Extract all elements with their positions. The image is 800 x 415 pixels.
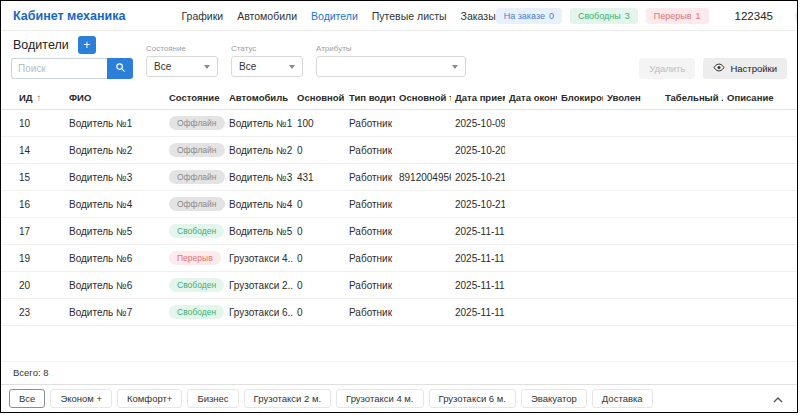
cell-state: Перерыв [165,245,225,272]
cell-end-date [505,245,557,272]
nav-item-drivers[interactable]: Водители [311,10,358,22]
attributes-filter-select[interactable] [316,56,466,77]
cell-phone [395,299,451,326]
state-badge: Свободен [169,224,224,238]
tab-tow-truck[interactable]: Эвакуатор [521,389,587,408]
cell-state: Свободен [165,272,225,299]
status-filter-select[interactable]: Все [231,56,303,77]
chevron-up-icon [773,391,783,406]
attributes-filter-label: Атрибуты [316,44,466,53]
column-fio[interactable]: ФИО [65,85,165,110]
user-menu[interactable] [795,6,798,26]
tab-comfort[interactable]: Комфорт+ [117,389,182,408]
cell-fired [603,218,661,245]
search-input[interactable] [11,58,107,79]
drivers-table: ИД↑ ФИО Состояние Автомобиль Основной сч… [1,85,797,326]
table-row[interactable]: 15 Водитель №3 Оффлайн Водитель №3... 43… [1,164,797,191]
on-order-count: 0 [549,11,554,21]
free-badge: Свободны 3 [570,8,638,24]
cell-fired [603,272,661,299]
cell-description [723,191,797,218]
column-fired[interactable]: Уволен [603,85,661,110]
column-state[interactable]: Состояние [165,85,225,110]
cell-tab-number [661,164,723,191]
cell-end-date [505,164,557,191]
cell-name: Водитель №6 [65,272,165,299]
tab-cargo-6m[interactable]: Грузотакси 6 м. [429,389,516,408]
cell-description [723,218,797,245]
nav-item-waybills[interactable]: Путевые листы [372,10,447,22]
cell-account: 100 [293,110,345,137]
state-filter-label: Состояние [146,44,218,53]
cell-name: Водитель №6 [65,245,165,272]
page-title: Водители [13,38,69,52]
table-row[interactable]: 23 Водитель №7 Свободен Грузотакси 6... … [1,299,797,326]
collapse-button[interactable] [767,389,789,409]
cell-hire-date: 2025-10-09 [451,110,505,137]
cell-fired [603,137,661,164]
on-order-label: На заказе [504,11,545,21]
table-row[interactable]: 16 Водитель №4 Оффлайн Водитель №4... 0 … [1,191,797,218]
sort-ascending-icon: ↑ [37,92,42,103]
cell-hire-date: 2025-10-21 [451,164,505,191]
cell-account: 0 [293,299,345,326]
cell-hire-date: 2025-11-11 [451,218,505,245]
state-badge: Оффлайн [169,116,225,130]
table-row[interactable]: 10 Водитель №1 Оффлайн Водитель №1... 10… [1,110,797,137]
nav-item-cars[interactable]: Автомобили [237,10,297,22]
settings-button[interactable]: Настройки [703,58,787,79]
table-row[interactable]: 14 Водитель №2 Оффлайн Водитель №2 0 Раб… [1,137,797,164]
column-car[interactable]: Автомобиль [225,85,293,110]
table-row[interactable]: 19 Водитель №6 Перерыв Грузотакси 4... 0… [1,245,797,272]
column-driver-type[interactable]: Тип водителя [345,85,395,110]
break-label: Перерыв [654,11,692,21]
nav-item-graphics[interactable]: Графики [181,10,223,22]
cell-car: Грузотакси 2... [225,272,293,299]
column-account[interactable]: Основной сч... [293,85,345,110]
column-tab-number[interactable]: Табельный ... [661,85,723,110]
cell-phone [395,272,451,299]
table-row[interactable]: 20 Водитель №6 Свободен Грузотакси 2... … [1,272,797,299]
column-hire-date[interactable]: Дата прием... [451,85,505,110]
chevron-down-icon [204,65,210,69]
add-driver-button[interactable]: + [78,36,96,54]
cell-state: Оффлайн [165,191,225,218]
cell-car: Водитель №1... [225,110,293,137]
cell-driver-type: Работник [345,272,395,299]
search-button[interactable] [107,58,133,79]
cell-tab-number [661,110,723,137]
cell-car: Водитель №4... [225,191,293,218]
cell-id: 19 [1,245,65,272]
column-block[interactable]: Блокировка [557,85,603,110]
cell-driver-type: Работник [345,164,395,191]
column-description[interactable]: Описание [723,85,797,110]
cell-account: 0 [293,272,345,299]
state-badge: Перерыв [169,251,221,265]
column-end-date[interactable]: Дата оконча... [505,85,557,110]
user-number: 122345 [735,10,773,22]
tariff-tabbar: Все Эконом + Комфорт+ Бизнес Грузотакси … [1,384,797,412]
cell-state: Свободен [165,218,225,245]
nav-item-orders[interactable]: Заказы [461,10,496,22]
search-icon [115,61,126,76]
tab-cargo-4m[interactable]: Грузотакси 4 м. [336,389,423,408]
cell-hire-date: 2025-11-11 [451,245,505,272]
table-row[interactable]: 17 Водитель №5 Свободен Водитель №5... 0… [1,218,797,245]
cell-car: Водитель №2 [225,137,293,164]
toolbar: Водители + Состояние Все Статус Все [1,31,797,85]
cell-state: Свободен [165,299,225,326]
tab-delivery[interactable]: Доставка [592,389,653,408]
tab-business[interactable]: Бизнес [187,389,238,408]
tab-all[interactable]: Все [9,389,45,408]
cell-end-date [505,191,557,218]
delete-button[interactable]: Удалить [639,58,695,79]
column-id[interactable]: ИД↑ [1,85,65,110]
cell-tab-number [661,137,723,164]
tab-cargo-2m[interactable]: Грузотакси 2 м. [244,389,331,408]
state-filter-select[interactable]: Все [146,56,218,77]
tab-econom[interactable]: Эконом + [50,389,112,408]
search-box [11,58,133,79]
cell-phone [395,191,451,218]
column-phone[interactable]: Основной те... [395,85,451,110]
cell-description [723,110,797,137]
